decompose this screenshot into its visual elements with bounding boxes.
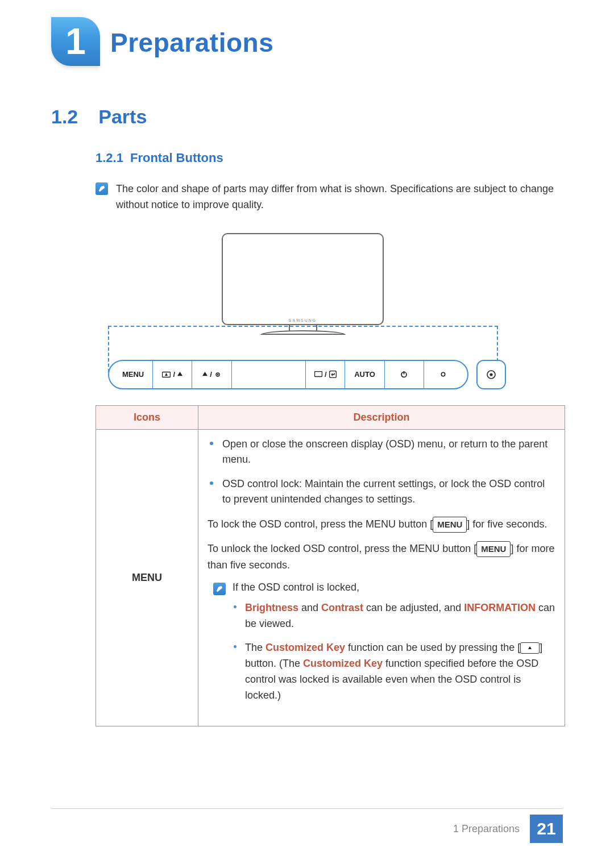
- menu-pill-icon: MENU: [476, 541, 511, 557]
- note-icon: [213, 583, 226, 595]
- blank-cell: [232, 361, 306, 388]
- chapter-title: Preparations: [110, 17, 273, 58]
- power-icon: [385, 361, 424, 388]
- desc-bullet: OSD control lock: Maintain the current s…: [208, 476, 555, 507]
- up-brightness-icon: /: [192, 361, 231, 388]
- section-title: Parts: [98, 106, 147, 128]
- subsection-heading: 1.2.1 Frontal Buttons: [96, 151, 563, 165]
- svg-point-7: [442, 373, 445, 376]
- power-indicator-icon: [476, 360, 506, 389]
- note-block: The color and shape of parts may differ …: [96, 181, 563, 213]
- desc-paragraph: To unlock the locked OSD control, press …: [208, 541, 555, 574]
- subsection-title: Frontal Buttons: [130, 151, 223, 165]
- section-heading: 1.2 Parts: [51, 106, 563, 128]
- indicator-dot-icon: [424, 361, 463, 388]
- table-header-icons: Icons: [96, 405, 198, 429]
- table-desc-menu: Open or close the onscreen display (OSD)…: [198, 429, 565, 726]
- chapter-number-badge: 1: [51, 17, 100, 66]
- monitor-brand-label: SAMSUNG: [289, 318, 317, 322]
- section-number: 1.2: [51, 106, 78, 128]
- front-button-bar: MENU / / / AUTO: [108, 360, 506, 389]
- auto-button-label: AUTO: [345, 361, 384, 388]
- locked-intro-text: If the OSD control is locked,: [233, 582, 555, 593]
- table-header-description: Description: [198, 405, 565, 429]
- svg-point-2: [217, 373, 218, 375]
- locked-sub-bullet: Brightness and Contrast can be adjusted,…: [233, 600, 555, 632]
- footer-page-number: 21: [530, 815, 563, 843]
- custom-key-icon: [520, 642, 540, 654]
- chapter-header: 1 Preparations: [51, 17, 563, 66]
- menu-pill-icon: MENU: [433, 517, 467, 533]
- table-icon-menu: MENU: [96, 429, 198, 726]
- locked-sub-bullet: The Customized Key function can be used …: [233, 640, 555, 704]
- svg-rect-3: [314, 372, 322, 377]
- note-text: The color and shape of parts may differ …: [116, 181, 563, 213]
- source-enter-icon: /: [306, 361, 345, 388]
- page-footer: 1 Preparations 21: [453, 815, 563, 843]
- custom-up-down-icon: /: [153, 361, 192, 388]
- footer-breadcrumb: 1 Preparations: [453, 823, 520, 835]
- menu-button-label: MENU: [114, 361, 153, 388]
- footer-divider: [51, 808, 563, 809]
- desc-paragraph: To lock the OSD control, press the MENU …: [208, 516, 555, 533]
- desc-bullet: Open or close the onscreen display (OSD)…: [208, 437, 555, 467]
- monitor-diagram: SAMSUNG MENU / /: [108, 230, 506, 389]
- note-icon: [96, 182, 108, 195]
- icons-description-table: Icons Description MENU Open or close the…: [96, 405, 565, 727]
- svg-point-9: [489, 373, 492, 376]
- subsection-number: 1.2.1: [96, 151, 123, 165]
